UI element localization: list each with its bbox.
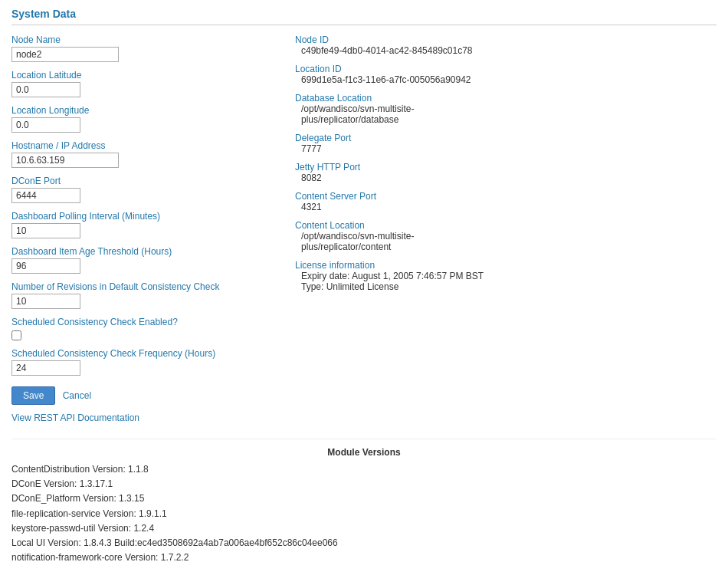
info-value-0: c49bfe49-4db0-4014-ac42-845489c01c78 xyxy=(295,45,717,56)
location-longitude-input[interactable] xyxy=(11,117,80,133)
info-label-3: Delegate Port xyxy=(295,133,351,143)
rest-api-link-container: View REST API Documentation xyxy=(11,412,272,423)
module-versions-section: Module Versions ContentDistribution Vers… xyxy=(11,439,717,562)
info-value-7: Expiry date: August 1, 2005 7:46:57 PM B… xyxy=(295,271,717,292)
consistency-check-enabled-group: Scheduled Consistency Check Enabled? xyxy=(11,317,272,340)
button-row: Save Cancel xyxy=(11,386,272,405)
node-name-group: Node Name xyxy=(11,35,272,62)
info-label-6: Content Location xyxy=(295,220,365,231)
info-value-4: 8082 xyxy=(295,173,717,183)
location-latitude-group: Location Latitude xyxy=(11,70,272,97)
module-item: Local UI Version: 1.8.4.3 Build:ec4ed350… xyxy=(11,536,717,550)
module-item: file-replication-service Version: 1.9.1.… xyxy=(11,507,717,521)
module-item: notification-framework-core Version: 1.7… xyxy=(11,550,717,562)
info-block-3: Delegate Port7777 xyxy=(295,133,717,154)
module-item: DConE Version: 1.3.17.1 xyxy=(11,477,717,491)
dashboard-polling-group: Dashboard Polling Interval (Minutes) xyxy=(11,211,272,238)
info-block-6: Content Location/opt/wandisco/svn-multis… xyxy=(295,220,717,252)
info-block-7: License informationExpiry date: August 1… xyxy=(295,260,717,292)
hostname-input[interactable] xyxy=(11,153,119,168)
info-value-3: 7777 xyxy=(295,143,717,154)
module-item: keystore-passwd-util Version: 1.2.4 xyxy=(11,521,717,536)
frequency-input[interactable] xyxy=(11,360,80,376)
left-column: Node Name Location Latitude Location Lon… xyxy=(11,35,272,423)
dashboard-age-input[interactable] xyxy=(11,258,80,274)
consistency-check-enabled-label: Scheduled Consistency Check Enabled? xyxy=(11,317,272,327)
dashboard-polling-input[interactable] xyxy=(11,223,80,238)
dashboard-age-group: Dashboard Item Age Threshold (Hours) xyxy=(11,246,272,274)
info-value-6: /opt/wandisco/svn-multisite- plus/replic… xyxy=(295,231,717,252)
info-block-1: Location ID699d1e5a-f1c3-11e6-a7fc-00505… xyxy=(295,64,717,85)
frequency-group: Scheduled Consistency Check Frequency (H… xyxy=(11,348,272,376)
frequency-label: Scheduled Consistency Check Frequency (H… xyxy=(11,348,272,359)
consistency-check-checkbox[interactable] xyxy=(11,330,21,340)
info-label-4: Jetty HTTP Port xyxy=(295,162,360,173)
dashboard-age-label: Dashboard Item Age Threshold (Hours) xyxy=(11,246,272,257)
dcone-port-input[interactable] xyxy=(11,188,80,203)
revisions-check-group: Number of Revisions in Default Consisten… xyxy=(11,281,272,309)
node-name-label: Node Name xyxy=(11,35,272,45)
module-item: DConE_Platform Version: 1.3.15 xyxy=(11,491,717,506)
module-list: ContentDistribution Version: 1.1.8DConE … xyxy=(11,462,717,562)
rest-api-link[interactable]: View REST API Documentation xyxy=(11,412,139,423)
consistency-check-checkbox-row xyxy=(11,330,272,340)
revisions-check-label: Number of Revisions in Default Consisten… xyxy=(11,281,272,292)
right-column: Node IDc49bfe49-4db0-4014-ac42-845489c01… xyxy=(295,35,717,300)
location-longitude-label: Location Longitude xyxy=(11,105,272,116)
info-block-0: Node IDc49bfe49-4db0-4014-ac42-845489c01… xyxy=(295,35,717,56)
info-label-1: Location ID xyxy=(295,64,342,74)
dcone-port-label: DConE Port xyxy=(11,176,272,186)
node-name-input[interactable] xyxy=(11,47,119,62)
main-layout: Node Name Location Latitude Location Lon… xyxy=(11,35,717,423)
page-title: System Data xyxy=(11,8,717,25)
location-latitude-input[interactable] xyxy=(11,82,80,97)
module-item: ContentDistribution Version: 1.1.8 xyxy=(11,462,717,477)
info-label-0: Node ID xyxy=(295,35,329,45)
dcone-port-group: DConE Port xyxy=(11,176,272,203)
hostname-group: Hostname / IP Address xyxy=(11,140,272,168)
info-value-2: /opt/wandisco/svn-multisite- plus/replic… xyxy=(295,104,717,125)
module-versions-title: Module Versions xyxy=(11,447,717,458)
cancel-button[interactable]: Cancel xyxy=(63,390,91,401)
info-label-5: Content Server Port xyxy=(295,191,376,202)
dashboard-polling-label: Dashboard Polling Interval (Minutes) xyxy=(11,211,272,222)
location-latitude-label: Location Latitude xyxy=(11,70,272,81)
revisions-check-input[interactable] xyxy=(11,294,80,309)
info-label-7: License information xyxy=(295,260,375,271)
info-value-1: 699d1e5a-f1c3-11e6-a7fc-005056a90942 xyxy=(295,74,717,85)
info-block-2: Database Location/opt/wandisco/svn-multi… xyxy=(295,93,717,125)
info-block-4: Jetty HTTP Port8082 xyxy=(295,162,717,183)
info-block-5: Content Server Port4321 xyxy=(295,191,717,212)
save-button[interactable]: Save xyxy=(11,386,55,405)
info-value-5: 4321 xyxy=(295,202,717,212)
hostname-label: Hostname / IP Address xyxy=(11,140,272,151)
info-label-2: Database Location xyxy=(295,93,372,104)
location-longitude-group: Location Longitude xyxy=(11,105,272,133)
